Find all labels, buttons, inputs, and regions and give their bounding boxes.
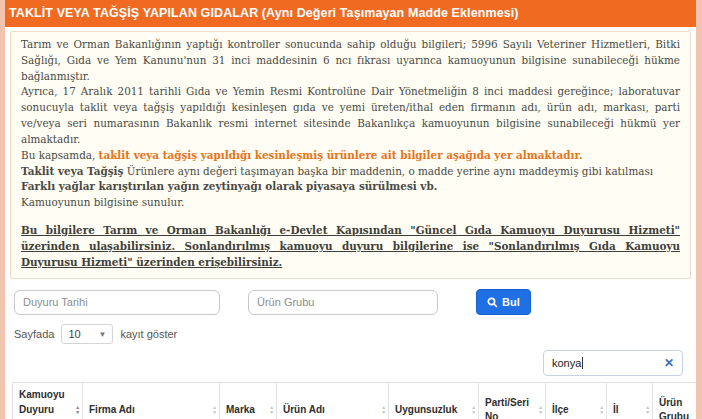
info-paragraph-example: Farklı yağlar karıştırılan yağın zeytiny… [21, 179, 680, 195]
info-paragraph-definition: Taklit veya Tağşiş Ürünlere aynı değeri … [21, 164, 680, 180]
column-header[interactable]: İlçe▴▾ [546, 383, 607, 419]
page-title: TAKLİT VEYA TAĞŞİŞ YAPILAN GIDALAR (Aynı… [0, 0, 702, 27]
page-size-select[interactable]: 10 ▼ [61, 324, 113, 344]
table-header-row: Kamuoyu Duyuru Tarihi▴▾Firma Adı▴▾Marka▴… [13, 383, 702, 419]
announcement-date-input[interactable] [14, 290, 220, 315]
column-header-label: Parti/Seri No [485, 397, 529, 419]
column-header[interactable]: Kamuoyu Duyuru Tarihi▴▾ [13, 383, 83, 419]
search-row: konya ✕ [5, 344, 696, 382]
chevron-down-icon: ▼ [98, 330, 106, 339]
column-header-label: İl [613, 404, 619, 415]
info-paragraph-regulation: Ayrıca, 17 Aralık 2011 tarihli Gıda ve Y… [21, 84, 680, 147]
column-header-label: Uygunsuzluk [395, 404, 457, 415]
page-size-value: 10 [68, 328, 80, 340]
info-paragraph-notice: Kamuoyunun bilgisine sunulur. [21, 195, 680, 211]
page-size-prefix-label: Sayfada [14, 328, 54, 340]
sort-icon[interactable]: ▴▾ [382, 405, 385, 415]
sort-icon[interactable]: ▴▾ [600, 405, 603, 415]
find-button[interactable]: Bul [476, 289, 531, 315]
sort-icon[interactable]: ▴▾ [472, 405, 475, 415]
column-header[interactable]: Firma Adı▴▾ [83, 383, 220, 419]
clear-search-icon[interactable]: ✕ [664, 357, 674, 369]
info-panel: Tarım ve Orman Bakanlığının yaptığı kont… [10, 31, 691, 279]
scope-prefix: Bu kapsamda, [21, 149, 99, 161]
column-header-label: Ürün Adı [283, 404, 325, 415]
results-table: Kamuoyu Duyuru Tarihi▴▾Firma Adı▴▾Marka▴… [12, 382, 702, 419]
page-size-row: Sayfada 10 ▼ kayıt göster [5, 315, 696, 344]
column-header[interactable]: Uygunsuzluk▴▾ [389, 383, 479, 419]
page: TAKLİT VEYA TAĞŞİŞ YAPILAN GIDALAR (Aynı… [0, 0, 702, 419]
info-paragraph-edevlet: Bu bilgilere Tarım ve Orman Bakanlığı e-… [21, 223, 680, 270]
search-icon [487, 297, 498, 308]
table-search-input[interactable]: konya [552, 357, 664, 369]
column-header[interactable]: Parti/Seri No▴▾ [479, 383, 546, 419]
text-caret [582, 357, 583, 369]
page-size-suffix-label: kayıt göster [120, 328, 177, 340]
sort-icon[interactable]: ▴▾ [646, 405, 649, 415]
column-header[interactable]: Marka▴▾ [220, 383, 277, 419]
definition-term: Taklit veya Tağşiş [21, 165, 123, 177]
column-header[interactable]: Ürün Grubu▴▾ [653, 383, 702, 419]
column-header[interactable]: İl▴▾ [607, 383, 653, 419]
info-paragraph-scope: Bu kapsamda, taklit veya tağşiş yapıldığ… [21, 148, 680, 164]
table-search-box[interactable]: konya ✕ [543, 350, 683, 376]
column-header-label: Ürün Grubu [659, 397, 689, 419]
sort-icon[interactable]: ▴▾ [76, 405, 79, 415]
column-header[interactable]: Ürün Adı▴▾ [277, 383, 389, 419]
info-paragraph-law: Tarım ve Orman Bakanlığının yaptığı kont… [21, 37, 680, 84]
product-group-input[interactable] [248, 290, 438, 315]
column-header-label: Marka [226, 404, 255, 415]
definition-text: Ürünlere aynı değeri taşımayan başka bir… [123, 165, 653, 177]
sort-icon[interactable]: ▴▾ [213, 405, 216, 415]
find-button-label: Bul [502, 296, 520, 308]
column-header-label: Kamuoyu Duyuru Tarihi [19, 389, 65, 419]
scope-highlight: taklit veya tağşiş yapıldığı kesinleşmiş… [99, 149, 583, 161]
sort-icon[interactable]: ▴▾ [270, 405, 273, 415]
results-table-wrap: Kamuoyu Duyuru Tarihi▴▾Firma Adı▴▾Marka▴… [5, 382, 696, 419]
column-header-label: İlçe [552, 404, 569, 415]
search-value: konya [552, 357, 581, 369]
sort-icon[interactable]: ▴▾ [539, 405, 542, 415]
filter-row: Bul [5, 287, 696, 315]
column-header-label: Firma Adı [89, 404, 135, 415]
